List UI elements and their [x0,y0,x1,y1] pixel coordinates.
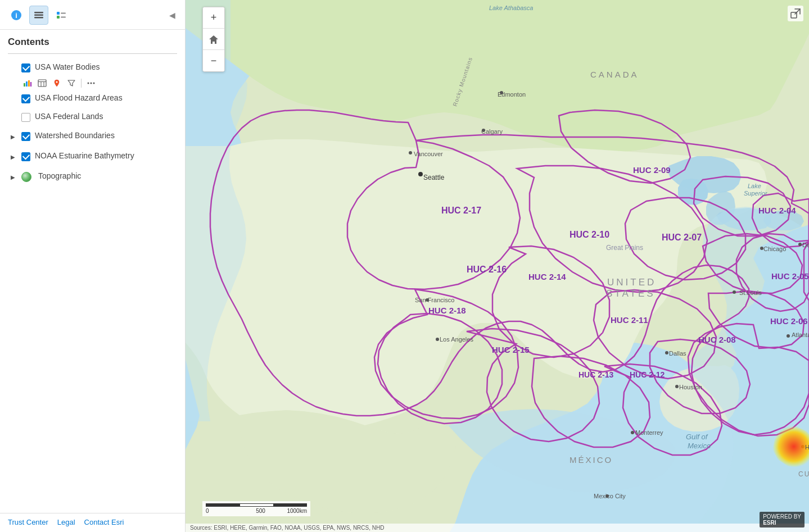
svg-text:San Francisco: San Francisco [415,297,454,303]
layer-table-icon[interactable] [36,77,48,89]
svg-text:HUC 2-17: HUC 2-17 [441,206,481,215]
scale-bar: 0 500 1000km [202,501,310,516]
esri-brand: POWERED BYESRI [760,512,805,528]
detroit-dot [798,243,802,246]
svg-text:Mexico City: Mexico City [594,493,626,499]
footer-contact-esri[interactable]: Contact Esri [84,518,124,526]
layer-more-icon[interactable] [85,77,97,89]
atlanta-dot [787,334,790,338]
layer-location-icon[interactable] [51,77,63,89]
svg-text:St.Louis: St.Louis [739,289,762,296]
svg-text:HUC 2-12: HUC 2-12 [630,370,665,379]
svg-text:i: i [15,11,17,20]
svg-text:HUC 2-14: HUC 2-14 [528,272,566,281]
layer-checkbox-watershed-boundaries[interactable] [21,132,30,141]
svg-text:HUC 2-08: HUC 2-08 [698,335,736,344]
svg-rect-7 [57,16,60,19]
layer-globe-topographic [21,172,31,182]
layer-chart-icon[interactable] [21,77,34,89]
svg-text:Calgary: Calgary [481,128,503,135]
svg-line-75 [795,9,800,14]
sidebar: i ◀ [0,0,186,532]
footer-legal[interactable]: Legal [57,518,75,526]
layer-icons-usa-water-bodies [21,77,177,89]
svg-text:Gulf of: Gulf of [686,433,708,441]
layer-checkbox-usa-water-bodies[interactable] [21,63,30,72]
tab-info[interactable]: i [7,6,26,25]
svg-text:Vancouver: Vancouver [414,151,443,157]
svg-text:MÉXICO: MÉXICO [570,455,613,465]
svg-rect-3 [34,15,43,16]
svg-text:Seattle: Seattle [423,174,445,181]
tab-legend[interactable] [52,6,71,25]
zoom-out-button[interactable]: − [203,50,224,71]
svg-text:UNITED: UNITED [607,277,656,288]
layer-usa-flood-hazard: USA Flood Hazard Areas [8,90,177,106]
svg-text:HUC 2-11: HUC 2-11 [611,315,648,325]
sidebar-collapse-btn[interactable]: ◀ [166,6,178,25]
layer-watershed-boundaries: ▶ Watershed Boundaries [8,128,177,145]
svg-rect-4 [34,17,43,19]
svg-text:Chicago: Chicago [763,245,786,252]
expand-noaa-estuarine[interactable]: ▶ [9,152,17,163]
layer-topographic: ▶ Topographic [8,169,177,185]
svg-rect-2 [34,12,43,13]
map-controls: + − [202,7,225,72]
layer-noaa-estuarine: ▶ NOAA Estuarine Bathymetry [8,148,177,165]
layer-usa-water-bodies: USA Water Bodies [8,60,177,89]
expand-watershed-boundaries[interactable]: ▶ [9,131,17,143]
svg-text:HUC 2-07: HUC 2-07 [662,233,702,242]
layer-checkbox-usa-federal-lands[interactable] [21,113,30,122]
svg-point-19 [88,82,89,84]
svg-text:HUC 2-05: HUC 2-05 [771,271,809,281]
tab-contents[interactable] [29,6,48,25]
svg-text:Great Plains: Great Plains [606,244,643,252]
svg-text:Atlanta: Atlanta [792,331,809,338]
svg-text:HUC 2-15: HUC 2-15 [492,345,530,354]
layer-label-topographic: Topographic [38,171,81,182]
layer-label-usa-water-bodies: USA Water Bodies [35,62,100,73]
layer-label-usa-flood-hazard: USA Flood Hazard Areas [35,93,123,104]
layer-label-usa-federal-lands: USA Federal Lands [35,111,103,122]
zoom-in-button[interactable]: + [203,7,224,29]
svg-text:Edmonton: Edmonton [498,91,526,98]
map-area[interactable]: Rocky Mountains Lake Athabasca CANADA Ed… [186,0,809,532]
svg-text:HUC 2-10: HUC 2-10 [570,230,609,239]
layer-filter-icon[interactable] [65,77,78,89]
sidebar-footer: Trust Center Legal Contact Esri [0,513,185,532]
svg-text:CUBA: CUBA [798,470,809,478]
svg-text:CANADA: CANADA [590,70,639,79]
svg-rect-9 [24,83,25,87]
svg-text:Superior: Superior [744,190,768,197]
svg-point-20 [91,82,92,84]
layer-checkbox-noaa-estuarine[interactable] [21,152,30,161]
svg-text:Lake: Lake [748,183,761,189]
footer-trust-center[interactable]: Trust Center [8,518,48,526]
contents-section: Contents USA Water Bodies [0,30,185,189]
home-button[interactable] [203,29,224,50]
houston-dot [675,385,679,388]
los-angeles-dot [436,338,439,341]
svg-text:Los Angeles: Los Angeles [440,336,473,343]
svg-text:HUC 2-18: HUC 2-18 [428,306,466,315]
svg-rect-10 [26,81,28,87]
svg-rect-12 [30,82,31,87]
monterrey-dot [631,431,634,434]
svg-text:Houston: Houston [679,384,702,390]
expand-topographic[interactable]: ▶ [9,172,17,183]
seattle-dot [418,172,423,176]
svg-rect-5 [57,12,60,15]
layer-checkbox-usa-flood-hazard[interactable] [21,94,30,103]
svg-text:Havana: Havana [805,444,809,451]
contents-title: Contents [8,37,177,48]
svg-point-21 [93,82,95,84]
svg-text:Mexico: Mexico [688,442,711,450]
svg-text:HUC 2-04: HUC 2-04 [758,206,796,215]
svg-text:Detroit: Detroit [802,242,809,248]
external-link-button[interactable] [788,6,803,21]
svg-text:STATES: STATES [606,288,656,299]
vancouver-dot [409,151,412,154]
svg-text:HUC 2-13: HUC 2-13 [578,370,613,379]
map-svg: Rocky Mountains Lake Athabasca CANADA Ed… [186,0,809,532]
svg-text:Lake Athabasca: Lake Athabasca [489,4,533,11]
